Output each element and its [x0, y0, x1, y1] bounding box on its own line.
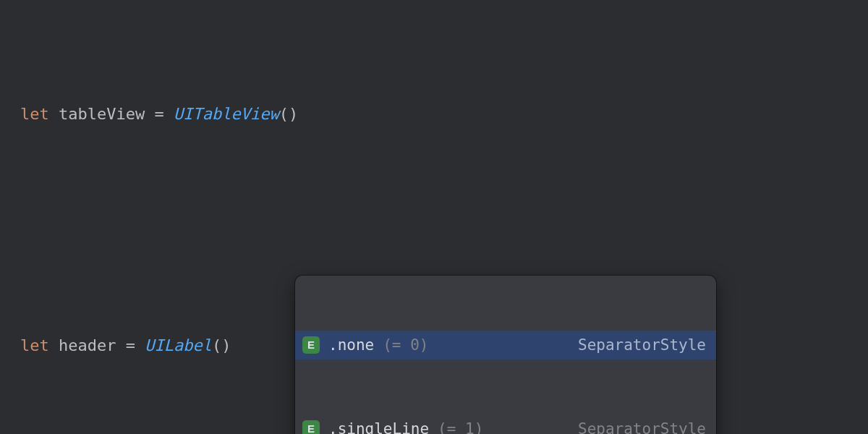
type-uilabel: UILabel	[145, 336, 212, 354]
enum-badge-icon: E	[302, 336, 320, 354]
keyword-let: let	[20, 105, 49, 123]
code-editor[interactable]: let tableView = UITableView() let header…	[0, 0, 868, 434]
type-uitableview: UITableView	[174, 105, 279, 123]
completion-item-singleline[interactable]: E .singleLine (= 1) SeparatorStyle	[295, 414, 716, 434]
completion-item-type: SeparatorStyle	[578, 331, 706, 359]
keyword-let: let	[20, 336, 49, 354]
completion-item-value: (= 1)	[438, 415, 483, 434]
completion-item-name: .singleLine	[328, 415, 429, 434]
code-line[interactable]: let tableView = UITableView()	[20, 100, 868, 129]
completion-item-name: .none	[328, 331, 374, 359]
completion-popup[interactable]: E .none (= 0) SeparatorStyle E .singleLi…	[295, 276, 716, 434]
completion-item-value: (= 0)	[383, 331, 428, 359]
completion-item-type: SeparatorStyle	[578, 415, 706, 434]
code-line-blank[interactable]	[20, 216, 868, 244]
enum-badge-icon: E	[302, 420, 320, 434]
completion-item-none[interactable]: E .none (= 0) SeparatorStyle	[295, 331, 716, 359]
